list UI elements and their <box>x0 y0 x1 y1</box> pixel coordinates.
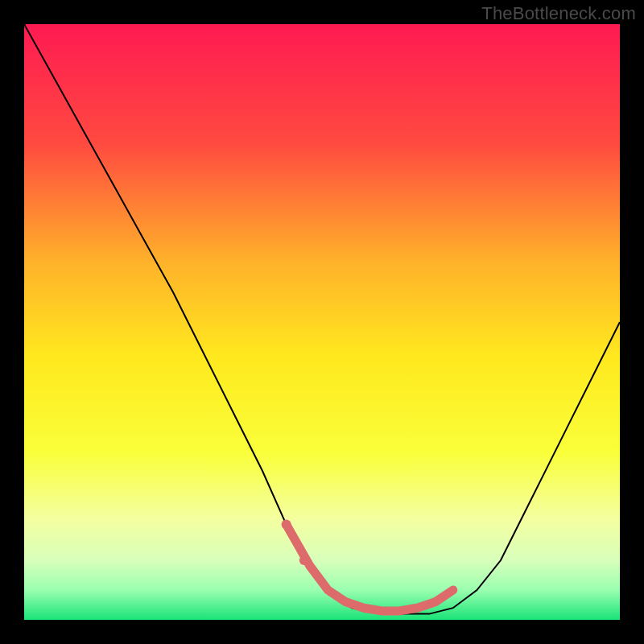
chart-svg <box>24 24 620 620</box>
marker-dot <box>282 520 291 530</box>
gradient-rect <box>24 24 620 620</box>
marker-dot <box>299 555 309 565</box>
plot-area <box>24 24 620 620</box>
chart-frame: TheBottleneck.com <box>0 0 644 644</box>
watermark-text: TheBottleneck.com <box>481 3 636 24</box>
